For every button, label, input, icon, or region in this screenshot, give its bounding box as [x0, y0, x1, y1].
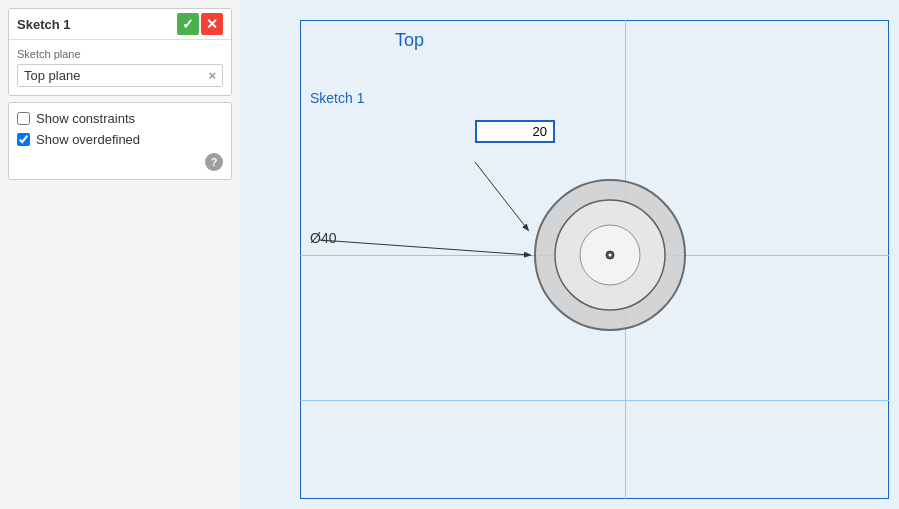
top-label: Top — [395, 30, 424, 51]
main-viewport: Top Sketch 1 Ø40 — [240, 0, 899, 509]
diameter-label: Ø40 — [310, 230, 336, 246]
show-constraints-checkbox[interactable] — [17, 112, 30, 125]
checkboxes-panel: Show constraints Show overdefined ? — [8, 102, 232, 180]
sketch-panel: Sketch 1 ✓ ✕ Sketch plane Top plane × — [8, 8, 232, 96]
sketch-body: Sketch plane Top plane × — [9, 40, 231, 95]
vertical-grid-line-1 — [625, 20, 626, 499]
plane-select-value: Top plane — [24, 68, 80, 83]
plane-select-row[interactable]: Top plane × — [17, 64, 223, 87]
confirm-button[interactable]: ✓ — [177, 13, 199, 35]
sketch1-label: Sketch 1 — [310, 90, 364, 106]
show-constraints-row: Show constraints — [17, 111, 223, 126]
dimension-input[interactable] — [475, 120, 555, 143]
show-constraints-label[interactable]: Show constraints — [36, 111, 135, 126]
dimension-input-wrapper — [475, 120, 555, 143]
sketch-title-bar: Sketch 1 ✓ ✕ — [9, 9, 231, 40]
plane-close-button[interactable]: × — [208, 69, 216, 82]
help-row: ? — [17, 153, 223, 171]
help-icon[interactable]: ? — [205, 153, 223, 171]
show-overdefined-row: Show overdefined — [17, 132, 223, 147]
show-overdefined-checkbox[interactable] — [17, 133, 30, 146]
cancel-button[interactable]: ✕ — [201, 13, 223, 35]
title-buttons: ✓ ✕ — [177, 13, 223, 35]
viewport-border — [300, 20, 889, 499]
horizontal-grid-line-2 — [300, 400, 889, 401]
left-panel: Sketch 1 ✓ ✕ Sketch plane Top plane × Sh… — [0, 0, 240, 509]
sketch-title: Sketch 1 — [17, 17, 70, 32]
show-overdefined-label[interactable]: Show overdefined — [36, 132, 140, 147]
horizontal-grid-line-1 — [300, 255, 889, 256]
sketch-plane-label: Sketch plane — [17, 48, 223, 60]
